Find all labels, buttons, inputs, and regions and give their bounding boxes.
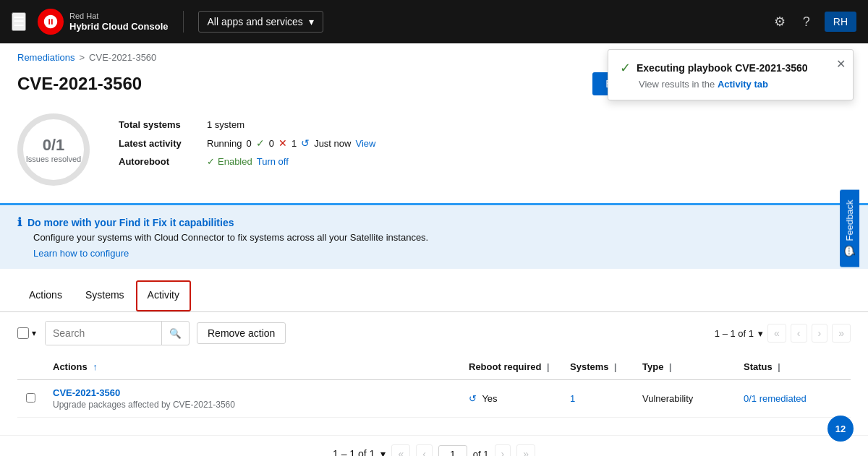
error-count: 0 (269, 138, 274, 149)
tab-actions[interactable]: Actions (17, 280, 74, 311)
toast-close-button[interactable]: ✕ (836, 57, 846, 71)
issues-circle: 0/1 Issues resolved (17, 113, 90, 186)
bottom-pagination: 1 – 1 of 1 ▾ « ‹ of 1 › » (0, 435, 868, 456)
select-all-checkbox[interactable] (17, 327, 29, 339)
status-link[interactable]: 0/1 remediated (744, 393, 807, 404)
prev-prev-button[interactable]: « (767, 324, 786, 343)
col-header-status[interactable]: Status | (735, 354, 851, 380)
col-header-checkbox (17, 354, 44, 380)
reboot-value: Yes (482, 393, 497, 404)
hamburger-icon[interactable]: ☰ (12, 12, 26, 31)
running-time: Just now (314, 138, 351, 149)
toast-body: View results in the Activity tab (620, 79, 824, 90)
sort-icon: ↑ (93, 361, 98, 372)
search-button[interactable]: 🔍 (161, 322, 189, 345)
col-header-reboot[interactable]: Reboot required | (460, 354, 561, 380)
reboot-cell: ↺ Yes (460, 380, 561, 418)
total-systems-label: Total systems (119, 119, 198, 130)
learn-link[interactable]: Learn how to configure (33, 248, 129, 259)
summary-section: 0/1 Issues resolved Total systems 1 syst… (0, 108, 868, 203)
bottom-next-button[interactable]: › (495, 444, 511, 456)
col-type-label: Type (642, 361, 663, 372)
col-systems-filter-icon[interactable]: | (614, 362, 616, 372)
view-link[interactable]: View (355, 138, 375, 149)
data-table: Actions ↑ Reboot required | Systems | Ty… (17, 354, 851, 418)
running-status: Running 0 ✓ 0 ✕ 1 ↺ Just now View (207, 137, 375, 149)
info-banner-title: ℹ Do more with your Find it Fix it capab… (17, 215, 851, 229)
feedback-icon: 💬 (844, 245, 855, 257)
col-type-filter-icon[interactable]: | (669, 362, 671, 372)
action-link[interactable]: CVE-2021-3560 (53, 387, 120, 398)
ok-count: 0 (246, 138, 251, 149)
feedback-label: Feedback (844, 199, 855, 241)
info-banner-title-text: Do more with your Find it Fix it capabil… (27, 217, 234, 228)
systems-cell: 1 (561, 380, 634, 418)
bottom-of-label: of (473, 449, 481, 457)
tab-activity[interactable]: Activity (136, 280, 191, 311)
row-checkbox[interactable] (26, 393, 35, 403)
user-button[interactable]: RH (825, 12, 856, 32)
nav-icons: ⚙ ? RH (771, 11, 856, 33)
status-cell: 0/1 remediated (735, 380, 851, 418)
logo: Red Hat Hybrid Cloud Console (38, 9, 169, 35)
enabled-check-icon: ✓ (207, 156, 215, 167)
select-all-checkbox-container: ▾ (17, 327, 38, 339)
autoreboot-row: Autoreboot ✓ Enabled Turn off (119, 156, 375, 167)
bottom-page-input[interactable] (438, 445, 467, 457)
topnav: ☰ Red Hat Hybrid Cloud Console All apps … (0, 0, 868, 43)
next-next-button[interactable]: » (832, 324, 851, 343)
toast-notification: ✓ Executing playbook CVE-2021-3560 View … (608, 49, 854, 100)
bottom-first-button[interactable]: « (391, 444, 410, 456)
search-input[interactable] (46, 322, 161, 345)
info-icon: ℹ (17, 215, 22, 229)
reboot-icon: ↺ (469, 393, 477, 404)
brand-top: Red Hat (69, 12, 169, 21)
col-reboot-filter-icon[interactable]: | (547, 362, 549, 372)
toast-activity-link[interactable]: Activity tab (718, 79, 768, 90)
feedback-button[interactable]: 💬 Feedback (840, 189, 859, 267)
bottom-of-total: of 1 (473, 449, 489, 457)
bottom-pagination-range: 1 – 1 of 1 (333, 448, 375, 456)
bottom-last-button[interactable]: » (516, 444, 535, 456)
info-banner: ℹ Do more with your Find it Fix it capab… (0, 203, 868, 269)
issues-label: Issues resolved (26, 155, 81, 163)
autoreboot-label: Autoreboot (119, 156, 198, 167)
col-systems-label: Systems (570, 361, 608, 372)
app-selector[interactable]: All apps and services ▾ (198, 11, 323, 33)
col-status-filter-icon[interactable]: | (778, 362, 780, 372)
breadcrumb-parent[interactable]: Remediations (17, 52, 75, 63)
bottom-pagination-dropdown-icon: ▾ (380, 448, 386, 456)
col-header-actions[interactable]: Actions ↑ (44, 354, 460, 380)
col-status-label: Status (744, 361, 773, 372)
toast-body-text: View results in the (639, 79, 715, 90)
hat-svg (43, 14, 59, 30)
tab-systems[interactable]: Systems (74, 280, 136, 311)
row-checkbox-cell (17, 380, 44, 418)
col-header-systems[interactable]: Systems | (561, 354, 634, 380)
type-value: Vulnerability (642, 393, 693, 404)
pagination-text: 1 – 1 of 1 (715, 328, 754, 339)
total-systems-row: Total systems 1 system (119, 119, 375, 130)
col-header-type[interactable]: Type | (634, 354, 735, 380)
systems-count: 1 system (207, 119, 244, 130)
brand-text: Red Hat Hybrid Cloud Console (69, 12, 169, 33)
checkbox-dropdown-button[interactable]: ▾ (30, 328, 38, 338)
issues-denominator: 1 (56, 136, 64, 154)
settings-icon[interactable]: ⚙ (771, 11, 788, 33)
notification-badge[interactable]: 12 (827, 416, 854, 442)
turnoff-link[interactable]: Turn off (257, 156, 289, 167)
systems-link[interactable]: 1 (570, 393, 575, 404)
prev-button[interactable]: ‹ (791, 324, 807, 343)
next-button[interactable]: › (812, 324, 828, 343)
table-row: CVE-2021-3560 Upgrade packages affected … (17, 380, 851, 418)
nav-divider (183, 11, 184, 33)
error-icon: ✕ (278, 137, 287, 149)
table-toolbar: ▾ 🔍 Remove action 1 – 1 of 1 ▾ « ‹ › » (0, 312, 868, 354)
remove-action-button[interactable]: Remove action (197, 322, 286, 344)
page-title: CVE-2021-3560 (17, 74, 142, 94)
summary-details: Total systems 1 system Latest activity R… (119, 113, 375, 167)
help-icon[interactable]: ? (800, 12, 813, 33)
toast-header: ✓ Executing playbook CVE-2021-3560 (620, 60, 824, 76)
table-container: Actions ↑ Reboot required | Systems | Ty… (0, 354, 868, 435)
bottom-prev-button[interactable]: ‹ (416, 444, 433, 456)
